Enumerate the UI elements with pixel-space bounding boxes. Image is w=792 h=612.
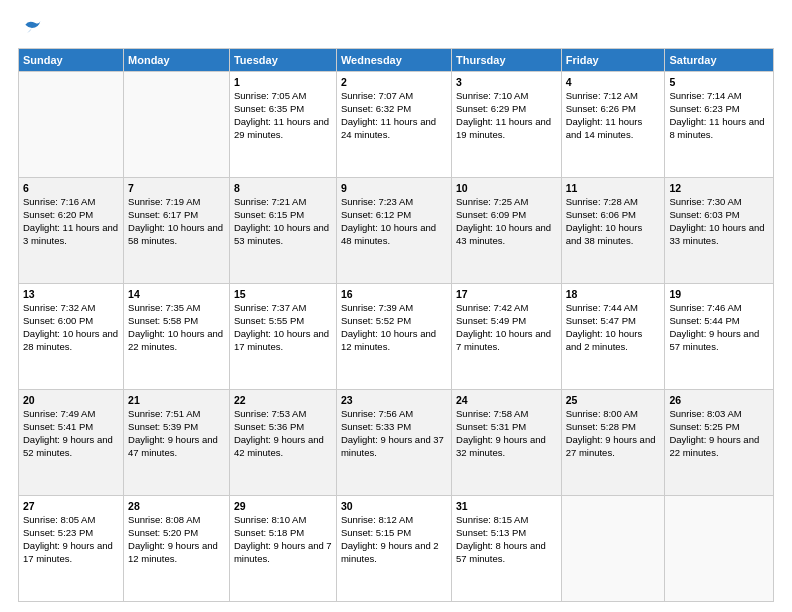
calendar-week-row: 6Sunrise: 7:16 AMSunset: 6:20 PMDaylight…	[19, 178, 774, 284]
calendar-cell: 4Sunrise: 7:12 AMSunset: 6:26 PMDaylight…	[561, 72, 665, 178]
calendar-header-friday: Friday	[561, 49, 665, 72]
calendar-cell: 16Sunrise: 7:39 AMSunset: 5:52 PMDayligh…	[336, 284, 451, 390]
sunrise-text: Sunrise: 7:37 AM	[234, 302, 306, 313]
sunset-text: Sunset: 6:35 PM	[234, 103, 304, 114]
sunrise-text: Sunrise: 7:42 AM	[456, 302, 528, 313]
daylight-text: Daylight: 9 hours and 2 minutes.	[341, 540, 439, 564]
daylight-text: Daylight: 9 hours and 27 minutes.	[566, 434, 656, 458]
calendar-cell: 26Sunrise: 8:03 AMSunset: 5:25 PMDayligh…	[665, 390, 774, 496]
sunrise-text: Sunrise: 7:35 AM	[128, 302, 200, 313]
day-number: 29	[234, 499, 332, 513]
sunrise-text: Sunrise: 7:25 AM	[456, 196, 528, 207]
daylight-text: Daylight: 9 hours and 32 minutes.	[456, 434, 546, 458]
calendar-header-sunday: Sunday	[19, 49, 124, 72]
daylight-text: Daylight: 10 hours and 2 minutes.	[566, 328, 643, 352]
logo	[18, 18, 44, 38]
sunset-text: Sunset: 5:44 PM	[669, 315, 739, 326]
calendar-cell: 8Sunrise: 7:21 AMSunset: 6:15 PMDaylight…	[229, 178, 336, 284]
day-number: 1	[234, 75, 332, 89]
sunset-text: Sunset: 6:32 PM	[341, 103, 411, 114]
sunrise-text: Sunrise: 7:21 AM	[234, 196, 306, 207]
calendar-cell: 11Sunrise: 7:28 AMSunset: 6:06 PMDayligh…	[561, 178, 665, 284]
daylight-text: Daylight: 10 hours and 17 minutes.	[234, 328, 329, 352]
sunset-text: Sunset: 6:06 PM	[566, 209, 636, 220]
sunrise-text: Sunrise: 8:12 AM	[341, 514, 413, 525]
sunset-text: Sunset: 6:23 PM	[669, 103, 739, 114]
calendar-cell: 12Sunrise: 7:30 AMSunset: 6:03 PMDayligh…	[665, 178, 774, 284]
day-number: 20	[23, 393, 119, 407]
calendar-table: SundayMondayTuesdayWednesdayThursdayFrid…	[18, 48, 774, 602]
calendar-header-wednesday: Wednesday	[336, 49, 451, 72]
sunset-text: Sunset: 6:15 PM	[234, 209, 304, 220]
day-number: 11	[566, 181, 661, 195]
calendar-header-monday: Monday	[124, 49, 230, 72]
daylight-text: Daylight: 9 hours and 12 minutes.	[128, 540, 218, 564]
calendar-cell: 23Sunrise: 7:56 AMSunset: 5:33 PMDayligh…	[336, 390, 451, 496]
daylight-text: Daylight: 10 hours and 43 minutes.	[456, 222, 551, 246]
daylight-text: Daylight: 10 hours and 22 minutes.	[128, 328, 223, 352]
daylight-text: Daylight: 10 hours and 58 minutes.	[128, 222, 223, 246]
sunset-text: Sunset: 5:49 PM	[456, 315, 526, 326]
sunrise-text: Sunrise: 7:10 AM	[456, 90, 528, 101]
day-number: 14	[128, 287, 225, 301]
sunrise-text: Sunrise: 8:08 AM	[128, 514, 200, 525]
calendar-cell: 9Sunrise: 7:23 AMSunset: 6:12 PMDaylight…	[336, 178, 451, 284]
calendar-cell: 5Sunrise: 7:14 AMSunset: 6:23 PMDaylight…	[665, 72, 774, 178]
daylight-text: Daylight: 10 hours and 12 minutes.	[341, 328, 436, 352]
calendar-cell: 15Sunrise: 7:37 AMSunset: 5:55 PMDayligh…	[229, 284, 336, 390]
sunrise-text: Sunrise: 8:03 AM	[669, 408, 741, 419]
calendar-cell: 3Sunrise: 7:10 AMSunset: 6:29 PMDaylight…	[452, 72, 562, 178]
day-number: 21	[128, 393, 225, 407]
day-number: 28	[128, 499, 225, 513]
daylight-text: Daylight: 10 hours and 53 minutes.	[234, 222, 329, 246]
sunrise-text: Sunrise: 7:28 AM	[566, 196, 638, 207]
sunset-text: Sunset: 6:20 PM	[23, 209, 93, 220]
calendar-cell	[124, 72, 230, 178]
calendar-cell	[665, 496, 774, 602]
day-number: 22	[234, 393, 332, 407]
daylight-text: Daylight: 9 hours and 42 minutes.	[234, 434, 324, 458]
calendar-cell: 27Sunrise: 8:05 AMSunset: 5:23 PMDayligh…	[19, 496, 124, 602]
calendar-header-tuesday: Tuesday	[229, 49, 336, 72]
day-number: 23	[341, 393, 447, 407]
sunrise-text: Sunrise: 7:56 AM	[341, 408, 413, 419]
daylight-text: Daylight: 9 hours and 7 minutes.	[234, 540, 332, 564]
sunrise-text: Sunrise: 7:05 AM	[234, 90, 306, 101]
day-number: 17	[456, 287, 557, 301]
daylight-text: Daylight: 10 hours and 48 minutes.	[341, 222, 436, 246]
sunrise-text: Sunrise: 7:19 AM	[128, 196, 200, 207]
sunset-text: Sunset: 6:03 PM	[669, 209, 739, 220]
sunset-text: Sunset: 5:33 PM	[341, 421, 411, 432]
sunrise-text: Sunrise: 8:15 AM	[456, 514, 528, 525]
sunset-text: Sunset: 5:55 PM	[234, 315, 304, 326]
day-number: 6	[23, 181, 119, 195]
daylight-text: Daylight: 11 hours and 29 minutes.	[234, 116, 329, 140]
calendar-cell: 6Sunrise: 7:16 AMSunset: 6:20 PMDaylight…	[19, 178, 124, 284]
sunset-text: Sunset: 5:58 PM	[128, 315, 198, 326]
sunset-text: Sunset: 5:18 PM	[234, 527, 304, 538]
day-number: 4	[566, 75, 661, 89]
day-number: 31	[456, 499, 557, 513]
calendar-cell: 20Sunrise: 7:49 AMSunset: 5:41 PMDayligh…	[19, 390, 124, 496]
day-number: 16	[341, 287, 447, 301]
sunset-text: Sunset: 5:28 PM	[566, 421, 636, 432]
calendar-week-row: 1Sunrise: 7:05 AMSunset: 6:35 PMDaylight…	[19, 72, 774, 178]
page: SundayMondayTuesdayWednesdayThursdayFrid…	[0, 0, 792, 612]
sunset-text: Sunset: 5:31 PM	[456, 421, 526, 432]
calendar-cell: 29Sunrise: 8:10 AMSunset: 5:18 PMDayligh…	[229, 496, 336, 602]
sunrise-text: Sunrise: 8:05 AM	[23, 514, 95, 525]
daylight-text: Daylight: 9 hours and 52 minutes.	[23, 434, 113, 458]
sunset-text: Sunset: 5:47 PM	[566, 315, 636, 326]
header	[18, 18, 774, 38]
day-number: 13	[23, 287, 119, 301]
daylight-text: Daylight: 9 hours and 17 minutes.	[23, 540, 113, 564]
daylight-text: Daylight: 11 hours and 24 minutes.	[341, 116, 436, 140]
day-number: 15	[234, 287, 332, 301]
calendar-cell: 17Sunrise: 7:42 AMSunset: 5:49 PMDayligh…	[452, 284, 562, 390]
calendar-cell: 10Sunrise: 7:25 AMSunset: 6:09 PMDayligh…	[452, 178, 562, 284]
sunrise-text: Sunrise: 7:32 AM	[23, 302, 95, 313]
calendar-week-row: 13Sunrise: 7:32 AMSunset: 6:00 PMDayligh…	[19, 284, 774, 390]
daylight-text: Daylight: 9 hours and 57 minutes.	[669, 328, 759, 352]
calendar-cell: 13Sunrise: 7:32 AMSunset: 6:00 PMDayligh…	[19, 284, 124, 390]
daylight-text: Daylight: 8 hours and 57 minutes.	[456, 540, 546, 564]
